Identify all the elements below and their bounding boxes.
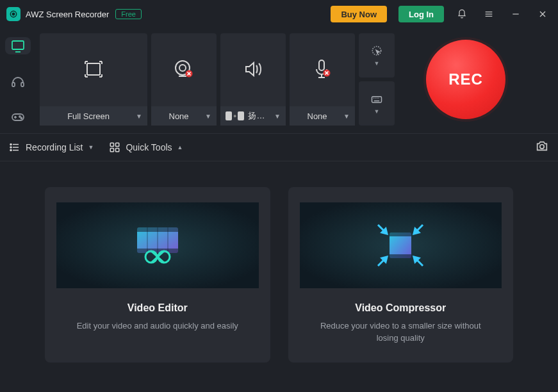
- app-title: AWZ Screen Recorder: [26, 10, 109, 19]
- mode-sidebar: [0, 33, 36, 126]
- buy-now-button[interactable]: Buy Now: [331, 6, 387, 22]
- record-label: REC: [448, 70, 483, 88]
- svg-point-36: [10, 143, 12, 145]
- svg-rect-17: [87, 63, 100, 75]
- mode-game[interactable]: [5, 108, 31, 126]
- free-badge: Free: [115, 9, 142, 19]
- svg-rect-8: [12, 41, 24, 49]
- region-label: Full Screen: [45, 111, 132, 121]
- region-dropdown[interactable]: Full Screen ▼: [40, 106, 147, 126]
- svg-point-1: [12, 13, 15, 15]
- svg-rect-39: [111, 143, 114, 146]
- svg-point-37: [10, 147, 12, 148]
- svg-point-43: [540, 145, 544, 149]
- audio-dropdown[interactable]: ● 扬声器 (Rea... ▼: [220, 106, 286, 126]
- audio-tile: ● 扬声器 (Rea... ▼: [220, 33, 286, 126]
- audio-device-icon: ●: [226, 111, 244, 120]
- chevron-down-icon: ▼: [205, 113, 211, 120]
- svg-rect-42: [116, 149, 119, 152]
- svg-rect-53: [390, 233, 411, 236]
- webcam-dropdown[interactable]: None ▼: [151, 106, 217, 126]
- chevron-down-icon: ▼: [374, 60, 380, 67]
- svg-point-15: [19, 116, 21, 117]
- mouse-effects-button[interactable]: ▼: [359, 33, 395, 78]
- svg-rect-54: [390, 254, 411, 258]
- extra-options-column: ▼ ▼: [359, 33, 395, 126]
- chevron-down-icon: ▼: [374, 108, 380, 115]
- video-editor-title: Video Editor: [127, 302, 188, 314]
- chevron-down-icon: ▼: [274, 113, 281, 120]
- video-compressor-card[interactable]: Video Compressor Reduce your video to a …: [288, 187, 514, 363]
- svg-rect-41: [111, 149, 114, 152]
- video-compressor-desc: Reduce your video to a smaller size with…: [317, 320, 484, 345]
- svg-point-16: [21, 118, 22, 119]
- audio-label: 扬声器 (Rea...: [248, 110, 270, 122]
- mode-screen[interactable]: [5, 37, 31, 54]
- video-compressor-thumb: [300, 202, 502, 288]
- recording-list-button[interactable]: Recording List ▼: [9, 142, 94, 153]
- svg-point-38: [10, 149, 12, 151]
- audio-tile-main[interactable]: [220, 33, 286, 105]
- quick-tools-label: Quick Tools: [126, 142, 172, 152]
- quick-tools-button[interactable]: Quick Tools ▲: [109, 142, 183, 153]
- webcam-label: None: [156, 111, 201, 121]
- keyboard-overlay-button[interactable]: ▼: [359, 81, 395, 126]
- svg-rect-10: [12, 83, 15, 86]
- app-logo: [6, 7, 21, 21]
- mic-label: None: [295, 111, 340, 121]
- video-compressor-title: Video Compressor: [355, 302, 446, 314]
- record-area: REC: [398, 33, 533, 126]
- source-tiles: Full Screen ▼ None ▼ ● 扬声器 (Rea... ▼: [40, 33, 553, 126]
- record-button[interactable]: REC: [426, 40, 505, 119]
- svg-point-19: [179, 65, 186, 71]
- chevron-down-icon: ▼: [88, 144, 94, 151]
- recording-list-label: Recording List: [26, 142, 83, 152]
- svg-rect-22: [319, 60, 324, 70]
- svg-rect-27: [372, 96, 382, 102]
- chevron-down-icon: ▼: [136, 113, 142, 120]
- mic-tile-main[interactable]: [290, 33, 355, 105]
- titlebar: AWZ Screen Recorder Free Buy Now Log In: [0, 0, 558, 28]
- video-editor-desc: Edit your video and audio quickly and ea…: [77, 320, 238, 332]
- tool-cards: Video Editor Edit your video and audio q…: [0, 161, 558, 363]
- webcam-tile: None ▼: [151, 33, 217, 126]
- menu-icon[interactable]: [480, 5, 498, 23]
- secondary-toolbar: Recording List ▼ Quick Tools ▲: [0, 133, 558, 161]
- close-icon[interactable]: [534, 5, 552, 23]
- mic-tile: None ▼: [290, 33, 355, 126]
- chevron-up-icon: ▲: [177, 144, 183, 151]
- region-tile-main[interactable]: [40, 33, 147, 105]
- login-button[interactable]: Log In: [398, 6, 444, 22]
- minimize-icon[interactable]: [507, 5, 525, 23]
- mode-audio[interactable]: [5, 72, 31, 90]
- main-controls: Full Screen ▼ None ▼ ● 扬声器 (Rea... ▼: [0, 28, 558, 126]
- mic-dropdown[interactable]: None ▼: [290, 106, 355, 126]
- svg-rect-11: [21, 83, 24, 86]
- svg-rect-40: [116, 143, 119, 146]
- chevron-down-icon: ▼: [343, 113, 350, 120]
- video-editor-thumb: [56, 202, 259, 288]
- webcam-tile-main[interactable]: [151, 33, 217, 105]
- video-editor-card[interactable]: Video Editor Edit your video and audio q…: [45, 187, 270, 363]
- region-tile: Full Screen ▼: [40, 33, 147, 126]
- screenshot-icon[interactable]: [535, 139, 549, 156]
- notifications-icon[interactable]: [453, 5, 471, 23]
